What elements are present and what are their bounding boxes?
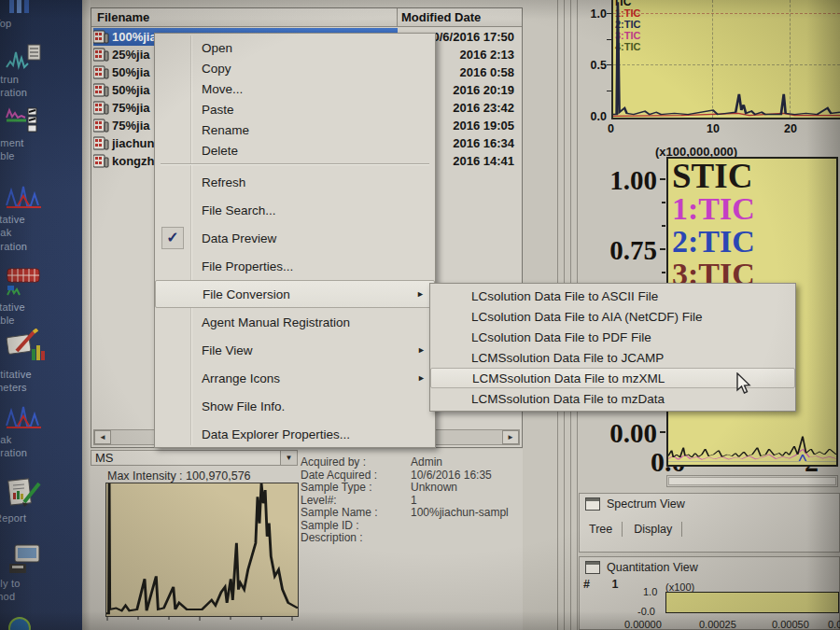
- sidebar-item-label: Report: [0, 511, 82, 525]
- menu-item-delete[interactable]: Delete: [155, 140, 435, 161]
- column-modified-date[interactable]: Modified Date: [401, 10, 481, 24]
- menu-item-refresh[interactable]: Refresh: [155, 168, 435, 196]
- file-row[interactable]: 75%jia: [93, 99, 149, 117]
- menu-item-agent-manual-registration[interactable]: Agent Manual Registration: [155, 308, 435, 336]
- menu-item-open[interactable]: Open: [155, 37, 435, 58]
- sidebar-item-label: eak gration: [0, 433, 82, 460]
- check-icon: ✓: [161, 227, 184, 249]
- tic-x-tick-2: 10: [707, 122, 720, 135]
- stic-trace: [668, 435, 836, 463]
- fragment-table-icon: [6, 105, 41, 134]
- spectrum-view-panel: Spectrum View Tree Display: [579, 493, 840, 553]
- sidebar-item-qualitative-table[interactable]: litative able: [0, 267, 82, 328]
- quant-mini-plot[interactable]: [665, 592, 839, 613]
- tab-display[interactable]: Display: [632, 523, 681, 536]
- globe-icon-partial: [7, 616, 32, 630]
- file-row[interactable]: jiachun: [93, 134, 155, 152]
- tab-tree[interactable]: Tree: [587, 523, 622, 536]
- window-icon[interactable]: [585, 561, 600, 574]
- menu-item-file-view[interactable]: File View ►: [155, 336, 435, 364]
- sidebar-item-quantitative-parameters[interactable]: ntitative meters: [0, 329, 82, 395]
- menu-item-show-file-info[interactable]: Show File Info.: [155, 392, 435, 420]
- ms-spectrum-plot[interactable]: [105, 483, 299, 617]
- stic-legend-2-tic: 2:TIC: [672, 225, 755, 258]
- sidebar-item-report[interactable]: Report: [0, 476, 82, 525]
- submenu-arrow-icon: ►: [417, 373, 426, 383]
- sidebar-item-top[interactable]: Top: [0, 0, 82, 30]
- quant-row-hash: #: [583, 578, 590, 591]
- file-name: kongzh: [112, 154, 155, 168]
- sidebar-item-apply-to-method[interactable]: ply to thod: [0, 543, 82, 604]
- file-row[interactable]: 50%jia: [93, 81, 149, 99]
- sidebar-item-fragment-table[interactable]: gment able: [0, 105, 82, 163]
- menu-item-file-properties[interactable]: File Properties...: [155, 252, 435, 280]
- quant-row-number: 1: [611, 578, 618, 591]
- window-icon[interactable]: [585, 497, 600, 511]
- menu-item-arrange-icons[interactable]: Arrange Icons ►: [155, 364, 435, 392]
- ms-spectrum-trace: [106, 483, 298, 616]
- data-file-icon: [93, 30, 109, 44]
- qualitative-peak-icon: [6, 183, 43, 211]
- stic-y-tick-2: 0.75: [595, 235, 657, 266]
- submenu-item-lcms-to-jcamp[interactable]: LCMSsolution Data File to JCAMP: [430, 347, 795, 368]
- menu-item-paste[interactable]: Paste: [155, 99, 435, 119]
- file-row[interactable]: 50%jia: [93, 63, 149, 81]
- sample-info-block: Acquired by :Admin Date Acquired :10/6/2…: [301, 456, 523, 545]
- info-label: Sample Type :: [301, 482, 411, 495]
- context-menu: Open Copy Move... Paste Rename Delete Re…: [154, 33, 436, 448]
- sidebar-item-peak-integration[interactable]: eak gration: [0, 403, 82, 460]
- tic-y-tick-3: 0.0: [581, 110, 607, 123]
- ms-selector-value: MS: [95, 451, 114, 465]
- apply-to-method-icon: [6, 543, 45, 575]
- submenu-arrow-icon: ►: [416, 289, 425, 299]
- window-edge-strip: [82, 0, 91, 630]
- data-file-icon: [93, 48, 109, 62]
- data-file-icon: [93, 83, 109, 97]
- stic-hscrollbar[interactable]: [666, 475, 838, 487]
- tic-y-tick-2: 0.5: [581, 59, 607, 72]
- peak-integration-icon: [6, 403, 43, 431]
- top-icon: [6, 0, 34, 15]
- ms-selector-combobox[interactable]: MS ▼: [91, 450, 298, 466]
- menu-item-file-conversion[interactable]: File Conversion ►: [155, 280, 435, 308]
- sidebar-item-calibration[interactable]: etrun bration: [0, 43, 82, 100]
- submenu-item-lc-to-ascii[interactable]: LCsolution Data File to ASCII File: [430, 286, 795, 306]
- submenu-item-lc-to-aia[interactable]: LCsolution Data File to AIA (NetCDF) Fil…: [430, 306, 795, 327]
- tic-chromatogram-plot[interactable]: TIC 1:TIC 2:TIC 3:TIC 4:TIC: [611, 0, 840, 119]
- sidebar-item-label: gment able: [0, 136, 82, 163]
- scroll-left-button[interactable]: ◄: [94, 430, 111, 444]
- sidebar-item-label: litative eak gration: [0, 213, 82, 253]
- stic-legend-1-tic: 1:TIC: [672, 192, 755, 225]
- quant-x-tick-3: 0.00050: [772, 619, 809, 630]
- tic-y-tick-1: 1.0: [581, 7, 607, 21]
- info-label: Description :: [301, 532, 411, 545]
- tic-x-tick-3: 20: [784, 122, 797, 135]
- menu-item-data-explorer-properties[interactable]: Data Explorer Properties...: [155, 420, 435, 448]
- menu-separator: [155, 161, 435, 168]
- file-row[interactable]: 75%jia: [93, 117, 149, 134]
- ms-x-ticks: [105, 616, 297, 621]
- info-value: 10/6/2016 16:35: [411, 469, 492, 483]
- qualitative-table-icon: [6, 267, 43, 299]
- submenu-item-lc-to-pdf[interactable]: LCsolution Data File to PDF File: [430, 327, 795, 347]
- dropdown-arrow-icon[interactable]: ▼: [280, 451, 297, 465]
- file-row[interactable]: kongzh: [93, 152, 155, 170]
- quantitation-view-title: Quantitation View: [607, 561, 698, 574]
- info-value: 100%jiachun-sampl: [411, 507, 509, 520]
- data-file-icon: [93, 101, 109, 115]
- menu-item-data-preview[interactable]: ✓ Data Preview: [155, 224, 435, 252]
- quant-y-top: 1.0: [643, 586, 657, 597]
- info-label: Level#:: [301, 495, 411, 508]
- file-row[interactable]: 25%jia: [93, 46, 149, 63]
- data-file-icon: [93, 65, 109, 79]
- scroll-right-button[interactable]: ►: [502, 430, 519, 444]
- menu-item-file-search[interactable]: File Search...: [155, 196, 435, 224]
- menu-item-copy[interactable]: Copy: [155, 58, 435, 78]
- quant-x-tick-2: 0.00025: [699, 619, 736, 630]
- column-filename[interactable]: Filename: [97, 10, 149, 24]
- file-name: 50%jia: [112, 65, 149, 79]
- menu-item-rename[interactable]: Rename: [155, 119, 435, 140]
- menu-item-move[interactable]: Move...: [155, 78, 435, 99]
- sidebar-item-qualitative-peak[interactable]: litative eak gration: [0, 183, 82, 253]
- assistant-sidebar: Top etrun bration gment able litative ea…: [0, 0, 82, 630]
